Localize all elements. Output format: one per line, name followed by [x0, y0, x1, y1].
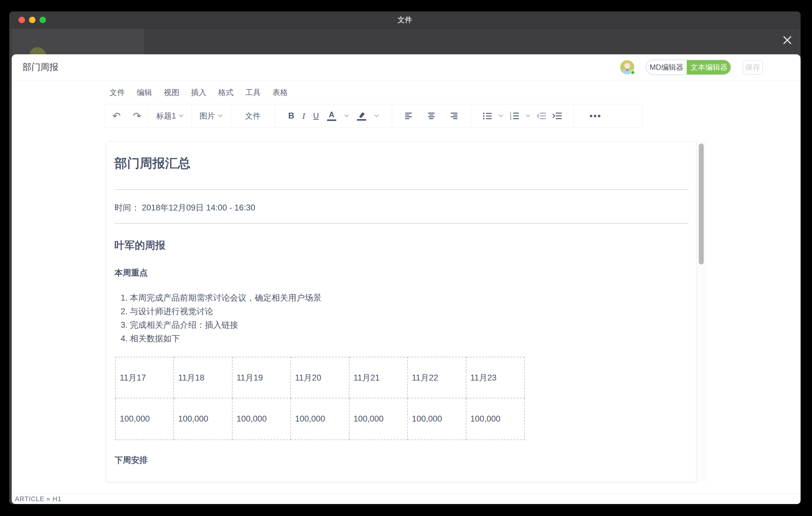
table-cell[interactable]: 11月22 — [408, 357, 466, 398]
table-cell[interactable]: 100,000 — [291, 398, 349, 440]
align-left-button[interactable] — [405, 113, 413, 119]
doc-heading1[interactable]: 部门周报汇总 — [114, 154, 688, 172]
menu-format[interactable]: 格式 — [218, 87, 234, 97]
scrollbar-thumb[interactable] — [699, 144, 704, 264]
document-page[interactable]: 部门周报汇总 时间： 2018年12月09日 14:00 - 16:30 叶军的… — [107, 141, 696, 482]
table-cell[interactable]: 100,000 — [466, 398, 524, 440]
chevron-down-icon — [179, 114, 183, 117]
doc-heading3-next[interactable]: 下周安排 — [114, 455, 688, 466]
save-button[interactable]: 保存 — [743, 60, 763, 75]
toolbar-group-history: ↶ ↷ — [105, 104, 149, 127]
doc-ordered-list: 本周完成产品前期需求讨论会议，确定相关用户场景 与设计师进行视觉讨论 完成相关产… — [114, 291, 688, 345]
modal-header: 部门周报 MD编辑器 文本编辑器 保存 — [12, 54, 801, 81]
italic-button[interactable]: I — [302, 111, 305, 121]
highlight-icon — [357, 111, 366, 121]
highlight-dropdown[interactable] — [374, 114, 379, 117]
numbered-list-button[interactable]: 1 2 3 — [510, 112, 519, 120]
divider — [114, 223, 688, 224]
heading-dropdown[interactable]: 标题1 — [156, 111, 184, 121]
align-right-icon — [450, 113, 458, 119]
toolbar: ↶ ↷ 标题1 — [105, 104, 642, 128]
menu-insert[interactable]: 插入 — [191, 87, 206, 97]
doc-time-line[interactable]: 时间： 2018年12月09日 14:00 - 16:30 — [114, 202, 688, 213]
font-color-button[interactable]: A — [327, 111, 336, 121]
undo-button[interactable]: ↶ — [112, 111, 121, 121]
menu-tools[interactable]: 工具 — [245, 87, 261, 97]
window-title: 文件 — [398, 15, 412, 25]
doc-heading3-focus[interactable]: 本周重点 — [114, 267, 688, 278]
table-cell[interactable]: 11月17 — [115, 357, 174, 398]
image-dropdown[interactable]: 图片 — [200, 111, 223, 121]
traffic-light-zoom[interactable] — [39, 17, 46, 23]
divider — [114, 189, 688, 190]
toolbar-group-file: 文件 — [231, 104, 275, 127]
chevron-down-icon — [526, 114, 530, 117]
bullet-list-icon — [483, 112, 492, 120]
table-cell[interactable]: 11月20 — [291, 357, 349, 398]
element-breadcrumb: ARTICLE » H1 — [15, 495, 61, 503]
numbered-list-dropdown[interactable] — [526, 114, 530, 117]
attach-file-button[interactable]: 文件 — [245, 111, 261, 121]
menu-file[interactable]: 文件 — [110, 87, 125, 97]
table-cell[interactable]: 11月19 — [232, 357, 291, 398]
bullet-list-dropdown[interactable] — [498, 114, 503, 117]
highlight-button[interactable] — [357, 111, 366, 121]
table-cell[interactable]: 100,000 — [115, 398, 174, 440]
outdent-icon — [537, 113, 546, 119]
table-cell[interactable]: 100,000 — [174, 398, 232, 440]
doc-heading2[interactable]: 叶军的周报 — [114, 238, 688, 252]
table-cell[interactable]: 100,000 — [232, 398, 291, 440]
bullet-list-button[interactable] — [483, 112, 492, 120]
bold-button[interactable]: B — [288, 111, 294, 121]
window-body: 部门周报 MD编辑器 文本编辑器 保存 — [9, 28, 801, 504]
align-right-button[interactable] — [450, 113, 458, 119]
traffic-light-close[interactable] — [19, 17, 25, 23]
table-cell[interactable]: 11月23 — [466, 357, 524, 398]
editor-modal: 部门周报 MD编辑器 文本编辑器 保存 — [12, 54, 801, 504]
align-left-icon — [405, 113, 413, 119]
underline-icon: U — [313, 111, 319, 121]
underline-button[interactable]: U — [313, 111, 319, 121]
indent-icon — [553, 113, 562, 119]
chevron-down-icon — [374, 114, 379, 117]
list-item[interactable]: 完成相关产品介绍：插入链接 — [130, 318, 688, 332]
toolbar-group-list: 1 2 3 — [471, 104, 574, 127]
toolbar-group-more — [574, 104, 642, 127]
align-center-button[interactable] — [427, 113, 435, 119]
list-item[interactable]: 相关数据如下 — [130, 332, 688, 345]
md-editor-tab[interactable]: MD编辑器 — [646, 60, 687, 75]
bold-icon: B — [288, 111, 294, 121]
menu-edit[interactable]: 编辑 — [137, 87, 152, 97]
editor-area: 部门周报汇总 时间： 2018年12月09日 14:00 - 16:30 叶军的… — [12, 128, 801, 494]
traffic-lights — [19, 17, 46, 23]
user-avatar[interactable] — [620, 60, 634, 75]
table-cell[interactable]: 100,000 — [408, 398, 466, 440]
table-cell[interactable]: 100,000 — [349, 398, 408, 440]
list-item[interactable]: 与设计师进行视觉讨论 — [130, 305, 688, 318]
redo-icon: ↷ — [133, 111, 141, 121]
table-row: 11月17 11月18 11月19 11月20 11月21 11月22 11月2… — [115, 357, 524, 398]
toolbar-row: ↶ ↷ 标题1 — [12, 104, 801, 128]
toolbar-group-inline: B I U A — [275, 104, 392, 127]
indent-button[interactable] — [553, 113, 562, 119]
status-bar: ARTICLE » H1 — [12, 494, 801, 504]
list-item[interactable]: 本周完成产品前期需求讨论会议，确定相关用户场景 — [130, 291, 688, 305]
table-cell[interactable]: 11月21 — [349, 357, 408, 398]
menu-view[interactable]: 视图 — [164, 87, 179, 97]
menu-bar: 文件 编辑 视图 插入 格式 工具 表格 — [12, 81, 801, 104]
traffic-light-minimize[interactable] — [29, 17, 35, 23]
close-button[interactable] — [781, 34, 793, 46]
font-color-dropdown[interactable] — [344, 114, 349, 117]
redo-button[interactable]: ↷ — [133, 111, 141, 121]
chevron-down-icon — [344, 114, 349, 117]
font-color-icon: A — [327, 111, 336, 121]
more-button[interactable] — [589, 114, 601, 118]
outdent-button[interactable] — [537, 113, 546, 119]
table-cell[interactable]: 11月18 — [174, 357, 232, 398]
toolbar-group-heading: 标题1 — [149, 104, 192, 127]
toolbar-group-align — [392, 104, 471, 127]
text-editor-tab[interactable]: 文本编辑器 — [687, 60, 731, 75]
undo-icon: ↶ — [112, 111, 121, 121]
menu-table[interactable]: 表格 — [272, 87, 288, 97]
scrollbar-track[interactable] — [697, 141, 705, 482]
